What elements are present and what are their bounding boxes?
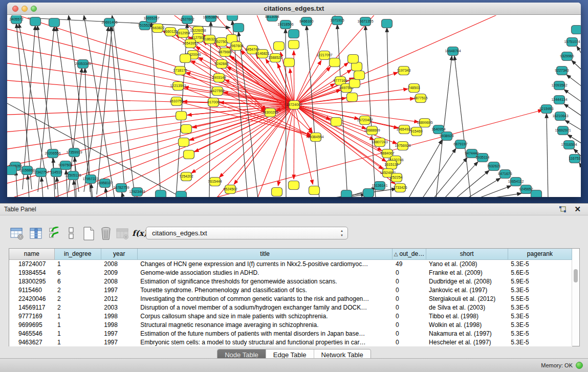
network-node[interactable]: 20691406 xyxy=(101,18,117,27)
delete-column-icon[interactable] xyxy=(98,226,114,241)
table-cell[interactable]: 19384554 xyxy=(9,268,54,277)
network-node[interactable]: 1877515 xyxy=(413,94,427,103)
table-cell[interactable]: 5.3E-5 xyxy=(508,286,572,294)
table-scrollbar[interactable] xyxy=(572,260,579,346)
network-node[interactable]: 8912954 xyxy=(176,29,190,38)
table-cell[interactable]: 1998 xyxy=(101,320,137,329)
column-header-in_degree[interactable]: in_degree xyxy=(54,249,101,259)
table-cell[interactable]: 1 xyxy=(54,338,101,346)
table-cell[interactable]: 1 xyxy=(54,259,101,268)
table-cell[interactable]: 2 xyxy=(54,286,101,294)
table-cell[interactable]: Hescheler et al. (1997) xyxy=(426,338,508,346)
table-cell[interactable]: 1 xyxy=(54,329,101,338)
table-cell[interactable]: Dudbridge et al. (2008) xyxy=(426,277,508,286)
table-row[interactable]: 969969511998Structural magnetic resonanc… xyxy=(9,320,572,329)
table-dropdown[interactable]: citations_edges.txt ▲▼ xyxy=(146,227,348,239)
table-row[interactable]: 946554611997Estimation of the future num… xyxy=(9,329,572,338)
function-builder-icon[interactable]: f(x) xyxy=(132,226,147,241)
network-node[interactable]: 1610755 xyxy=(169,97,183,106)
network-node[interactable]: 1527602 xyxy=(180,15,194,24)
table-cell[interactable]: 2003 xyxy=(101,303,137,312)
network-node[interactable] xyxy=(176,112,187,120)
table-cell[interactable]: Nakamura et al. (1997) xyxy=(426,329,508,338)
network-node[interactable]: 9938928 xyxy=(440,132,453,141)
column-visibility-icon[interactable] xyxy=(28,226,43,241)
table-row[interactable]: 1938455462009Genome-wide association stu… xyxy=(9,268,572,277)
network-node[interactable]: 8466160 xyxy=(299,17,313,26)
new-column-icon[interactable] xyxy=(81,226,96,241)
network-node[interactable]: 2405572 xyxy=(9,15,23,24)
network-node[interactable]: 17359919 xyxy=(66,148,82,157)
network-node[interactable]: 1615132 xyxy=(384,161,398,169)
network-canvas[interactable]: 2405572206914067515526106552571527602160… xyxy=(7,15,581,197)
network-node[interactable]: 10654112 xyxy=(508,178,524,186)
network-node[interactable] xyxy=(156,190,166,198)
table-cell[interactable]: 5.3E-5 xyxy=(508,259,572,268)
scrollbar-thumb[interactable] xyxy=(574,269,578,282)
network-node[interactable]: 12093582 xyxy=(551,81,567,90)
network-node[interactable]: 9097508 xyxy=(58,161,72,170)
network-node[interactable] xyxy=(274,42,285,51)
table-cell[interactable]: 22420046 xyxy=(9,294,54,303)
table-cell[interactable]: 5.5E-5 xyxy=(508,294,572,303)
network-node[interactable] xyxy=(180,54,191,63)
table-cell[interactable]: 0 xyxy=(393,268,426,277)
table-cell[interactable]: 9463627 xyxy=(9,338,54,346)
network-node[interactable] xyxy=(184,150,194,159)
network-node[interactable]: 8427552 xyxy=(210,87,224,96)
table-cell[interactable]: 0 xyxy=(393,286,426,294)
network-node[interactable]: 114519 xyxy=(51,168,62,177)
network-node[interactable]: 16210643 xyxy=(552,112,568,121)
table-cell[interactable]: 1 xyxy=(54,320,101,329)
table-cell[interactable]: Embryonic stem cells: a model to study s… xyxy=(137,338,393,346)
network-node[interactable] xyxy=(176,191,187,198)
table-cell[interactable]: 9465546 xyxy=(9,329,54,338)
table-cell[interactable]: Franke et al. (2009) xyxy=(426,268,508,277)
table-cell[interactable]: 18300295 xyxy=(9,277,54,286)
network-node[interactable]: 16053809 xyxy=(203,15,219,22)
column-header-title[interactable]: title xyxy=(137,249,393,259)
network-node[interactable] xyxy=(30,17,41,26)
table-cell[interactable]: 2009 xyxy=(101,268,137,277)
table-row[interactable]: 911546021997Tourette syndrome. Phenomeno… xyxy=(9,286,572,294)
network-node[interactable] xyxy=(363,189,374,198)
network-node[interactable]: 7632621 xyxy=(487,162,500,171)
network-node[interactable]: 20053346 xyxy=(75,60,91,69)
network-node[interactable] xyxy=(181,125,192,134)
network-node[interactable]: 9524502 xyxy=(223,185,237,194)
network-node[interactable]: 2718176 xyxy=(173,67,187,75)
table-cell[interactable]: 5.3E-5 xyxy=(508,312,572,320)
table-cell[interactable]: Estimation of the future numbers of pati… xyxy=(137,329,393,338)
network-node[interactable]: 9329966 xyxy=(560,52,574,61)
table-cell[interactable]: Tourette syndrome. Phenomenology and cla… xyxy=(137,286,393,294)
table-cell[interactable]: 49 xyxy=(393,259,426,268)
table-cell[interactable]: 1 xyxy=(54,312,101,320)
table-cell[interactable]: 0 xyxy=(393,338,426,346)
table-cell[interactable]: 0 xyxy=(393,303,426,312)
network-node[interactable]: 1588520 xyxy=(268,54,282,62)
table-cell[interactable]: 5.3E-5 xyxy=(508,320,572,329)
network-node[interactable]: 8215953 xyxy=(539,105,553,114)
table-cell[interactable]: 6 xyxy=(54,277,101,286)
table-cell[interactable]: Estimation of significance thresholds fo… xyxy=(137,277,393,286)
network-node[interactable]: 15751074 xyxy=(564,38,580,47)
network-node[interactable]: 2903144 xyxy=(212,74,226,82)
network-node[interactable]: 2935114 xyxy=(476,154,490,162)
network-node[interactable]: 12217097 xyxy=(316,51,332,60)
network-node[interactable] xyxy=(382,19,393,28)
network-node[interactable]: 17016504 xyxy=(561,141,577,149)
network-node[interactable] xyxy=(341,190,352,198)
table-cell[interactable]: 5.9E-5 xyxy=(508,277,572,286)
network-node[interactable] xyxy=(289,30,299,38)
table-cell[interactable]: 2 xyxy=(54,294,101,303)
network-node[interactable] xyxy=(572,26,581,34)
table-cell[interactable]: 5.3E-5 xyxy=(508,303,572,312)
network-node[interactable]: 8813054 xyxy=(265,15,279,21)
column-header-year[interactable]: year xyxy=(101,249,137,259)
network-node[interactable] xyxy=(227,15,238,21)
network-node[interactable]: 16782759 xyxy=(113,184,129,192)
network-node[interactable]: 19218506 xyxy=(277,20,293,29)
network-node[interactable]: 17957223 xyxy=(82,175,98,184)
network-node[interactable]: 20206556 xyxy=(45,149,60,158)
network-node[interactable]: 9227343 xyxy=(555,67,569,75)
